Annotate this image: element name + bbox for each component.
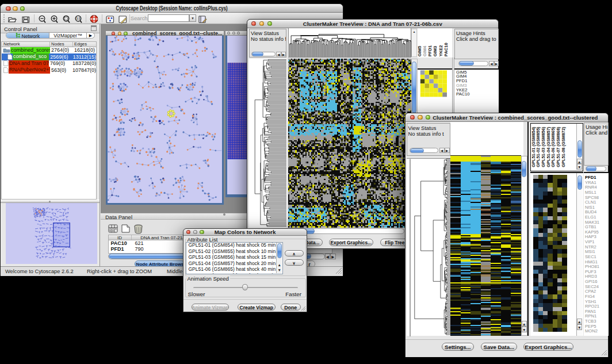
svg-text:1:1: 1:1 [76,17,80,20]
